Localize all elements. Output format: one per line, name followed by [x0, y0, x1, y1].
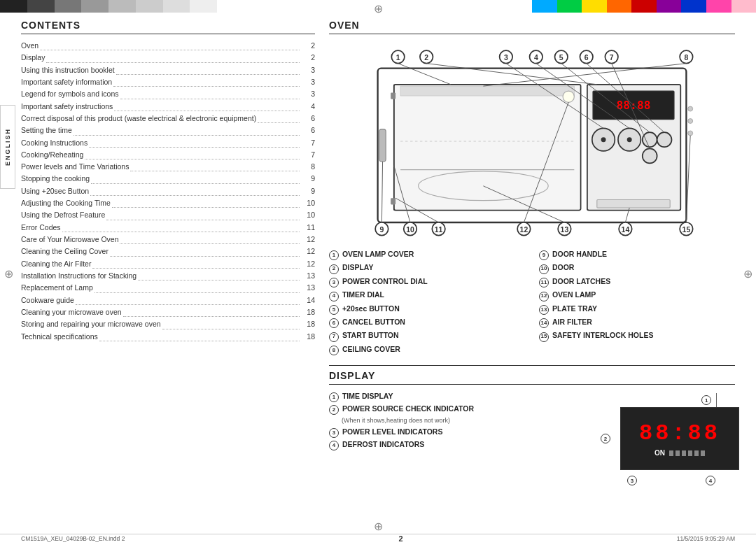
svg-text:15: 15 — [682, 226, 691, 234]
toc-label: Important safety instructions — [21, 101, 113, 113]
contents-title: CONTENTS — [21, 20, 315, 34]
toc-label: Correct disposal of this product (waste … — [21, 113, 256, 125]
toc-label: Care of Your Microwave Oven — [21, 234, 118, 246]
display-num-4: 4 — [329, 441, 339, 450]
toc-label: Using this instruction booklet — [21, 64, 115, 76]
footer-filename: CM1519A_XEU_04029B-02_EN.indd 2 — [21, 535, 125, 542]
part-item-15: 15 SAFETY INTERLOCK HOLES — [539, 329, 735, 341]
display-item-3: 3 POWER LEVEL INDICATORS — [329, 426, 602, 439]
lcd-bar-2 — [676, 450, 680, 456]
list-item: Technical specifications 18 — [21, 331, 315, 343]
part-num-10: 10 — [539, 264, 549, 274]
display-diagram-wrapper: 1 2 88:88 ON — [620, 407, 724, 470]
part-item-11: 11 DOOR LATCHES — [539, 276, 735, 287]
display-label-1: 1 — [701, 393, 717, 407]
part-num-6: 6 — [329, 318, 339, 328]
toc-label: Cooking/Reheating — [21, 149, 83, 161]
list-item: Installation Instructions for Stacking 1… — [21, 270, 315, 282]
contents-section: CONTENTS Oven 2 Display 2 Using this ins… — [21, 20, 315, 527]
list-item: Stopping the cooking 9 — [21, 173, 315, 185]
display-item-2: 2 POWER SOURCE CHECK INDICATOR (When it … — [329, 403, 602, 426]
display-num-2: 2 — [329, 405, 339, 415]
lcd-indicators — [669, 450, 705, 456]
toc-label: Power levels and Time Variations — [21, 161, 129, 173]
part-num-3: 3 — [329, 278, 339, 287]
list-item: Display 2 — [21, 52, 315, 64]
part-item-12: 12 OVEN LAMP — [539, 289, 735, 301]
svg-point-20 — [563, 91, 574, 102]
part-item-8: 8 CEILING COVER — [329, 343, 525, 355]
right-column: OVEN 88:88 — [329, 20, 735, 527]
part-item-13: 13 PLATE TRAY — [539, 303, 735, 315]
list-item: Correct disposal of this product (waste … — [21, 113, 315, 125]
list-item: Using the Defrost Feature 10 — [21, 209, 315, 221]
toc-label: Cookware guide — [21, 294, 74, 306]
part-num-2: 2 — [329, 264, 339, 274]
toc-label: Oven — [21, 40, 38, 52]
list-item: Power levels and Time Variations 8 — [21, 161, 315, 173]
part-num-15: 15 — [539, 332, 549, 342]
oven-diagram: 88:88 — [329, 40, 735, 243]
list-item: Setting the time 6 — [21, 125, 315, 136]
list-item: Adjusting the Cooking Time 10 — [21, 197, 315, 209]
svg-text:8: 8 — [684, 54, 688, 62]
footer: CM1519A_XEU_04029B-02_EN.indd 2 2 11/5/2… — [0, 534, 756, 543]
svg-line-56 — [426, 64, 597, 85]
display-label-2: 2 — [601, 434, 612, 443]
part-num-8: 8 — [329, 346, 339, 355]
part-num-9: 9 — [539, 250, 549, 260]
toc-label: Storing and repairing your microwave ove… — [21, 318, 161, 330]
display-num-1: 1 — [329, 392, 339, 402]
list-item: Care of Your Microwave Oven 12 — [21, 234, 315, 246]
lcd-bar-3 — [682, 450, 686, 456]
reg-mark-left-center: ⊕ — [1, 267, 15, 280]
parts-list: 1 OVEN LAMP COVER 9 DOOR HANDLE 2 DISPLA… — [329, 248, 735, 355]
power-control-dial-label: POWER CONTROL DIAL — [342, 277, 428, 285]
sidebar-language-label: ENGLISH — [4, 128, 11, 166]
list-item: Replacement of Lamp 13 — [21, 282, 315, 294]
part-num-1: 1 — [329, 250, 339, 260]
list-item: Cleaning the Air Filter 12 — [21, 258, 315, 270]
part-item-14: 14 AIR FILTER — [539, 316, 735, 328]
toc-label: Cleaning the Air Filter — [21, 258, 91, 270]
defrost-label: DEFROST INDICATORS — [342, 440, 424, 448]
list-item: Legend for symbols and icons 3 — [21, 88, 315, 100]
list-item: Important safety information 3 — [21, 76, 315, 88]
svg-text:11: 11 — [435, 226, 443, 234]
part-num-4: 4 — [329, 292, 339, 301]
toc-label: Using +20sec Button — [21, 185, 89, 197]
display-diagram-col: 1 2 88:88 ON — [609, 390, 735, 487]
part-num-7: 7 — [329, 332, 339, 342]
svg-rect-17 — [379, 129, 386, 162]
part-num-14: 14 — [539, 318, 549, 328]
power-source-note: (When it shows,heating does not work) — [342, 415, 602, 426]
list-item: Cleaning the Ceiling Cover 12 — [21, 246, 315, 257]
svg-rect-21 — [597, 200, 670, 208]
lcd-bottom-row: ON — [654, 449, 705, 457]
display-list-col: 1 TIME DISPLAY 2 POWER SOURCE CHECK INDI… — [329, 390, 602, 451]
toc-label: Adjusting the Cooking Time — [21, 197, 111, 209]
toc-label: Installation Instructions for Stacking — [21, 270, 136, 282]
toc-label: Technical specifications — [21, 331, 98, 343]
svg-point-22 — [688, 106, 693, 111]
svg-text:2: 2 — [424, 54, 428, 62]
power-level-label: POWER LEVEL INDICATORS — [342, 427, 443, 436]
svg-text:6: 6 — [584, 54, 589, 62]
list-item: Cleaning your microwave oven 18 — [21, 306, 315, 318]
part-item-1: 1 OVEN LAMP COVER — [329, 248, 525, 260]
toc-label: Replacement of Lamp — [21, 282, 93, 294]
lcd-display: 88:88 ON — [620, 407, 739, 470]
list-item: Cookware guide 14 — [21, 294, 315, 306]
svg-point-23 — [688, 119, 693, 124]
part-item-3: 3 POWER CONTROL DIAL — [329, 276, 525, 287]
part-item-4: 4 TIMER DIAL — [329, 289, 525, 301]
svg-point-12 — [643, 148, 657, 163]
oven-title: OVEN — [329, 20, 735, 34]
svg-text:12: 12 — [520, 226, 528, 234]
svg-rect-1 — [394, 85, 581, 211]
display-title: DISPLAY — [329, 370, 735, 385]
oven-svg: 88:88 — [329, 40, 735, 243]
toc-list: Oven 2 Display 2 Using this instruction … — [21, 40, 315, 343]
svg-text:4: 4 — [534, 54, 538, 62]
main-content: CONTENTS Oven 2 Display 2 Using this ins… — [21, 20, 735, 527]
